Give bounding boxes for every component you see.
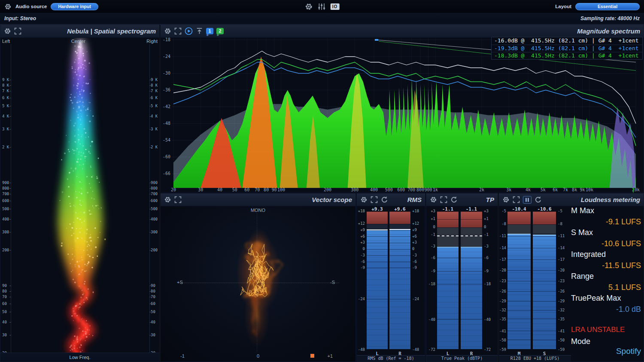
meter-red-zone	[389, 211, 410, 224]
rms-panel-scale-label: +6	[357, 234, 365, 238]
audio-source-settings-gear-icon[interactable]	[4, 3, 12, 10]
nebula-fullscreen-icon[interactable]	[14, 27, 21, 35]
meter-tick	[367, 349, 388, 350]
nebula-freq-label-right: 50	[151, 310, 159, 314]
tp-panel-value-R: -1.1	[460, 206, 483, 212]
nebula-freq-label-right: 70	[151, 295, 159, 299]
nebula-tick	[149, 183, 151, 183]
meter-tick	[389, 249, 410, 250]
vector-balance-marker[interactable]	[310, 354, 314, 358]
loud-panel-scale-label: -29	[499, 299, 506, 303]
nebula-tick	[9, 250, 11, 250]
tp-settings-gear-icon[interactable]	[430, 196, 437, 203]
rms-panel-value-R: +9.6	[389, 206, 411, 212]
loudness-fullscreen-icon[interactable]	[513, 196, 520, 203]
loudness-settings-gear-icon[interactable]	[502, 196, 510, 203]
tp-panel-scale-label: -40	[426, 317, 435, 322]
nebula-tick	[149, 209, 151, 209]
loudness-stat-label: M Max	[571, 206, 594, 215]
plus-s-label: +S	[177, 280, 183, 285]
tp-panel-scale-label: +1	[484, 217, 496, 221]
loud-panel-scale-label: -59	[558, 347, 570, 352]
essential-layout-button[interactable]: Essential	[575, 3, 640, 10]
vector-fullscreen-icon[interactable]	[174, 196, 182, 203]
mono-label: MONO	[161, 208, 355, 213]
svg-text:80: 80	[264, 187, 269, 192]
loud-panel-scale-label: -11	[558, 234, 570, 238]
svg-text:30: 30	[198, 187, 203, 192]
loudness-stat-value: -10.6 LUFS	[571, 239, 641, 248]
mixer-sliders-icon[interactable]	[318, 3, 326, 11]
rms-panel-bar-R	[389, 211, 411, 350]
nebula-tick	[149, 129, 151, 130]
meter-tick	[461, 271, 482, 272]
nebula-freq-label-right: 700	[151, 192, 159, 196]
rms-panel-scale-label: -6	[412, 259, 424, 264]
loud-panel-value-S: -10.6	[532, 206, 556, 212]
loudness-pause-icon[interactable]	[523, 196, 532, 204]
nebula-tick	[9, 209, 11, 209]
nebula-settings-gear-icon[interactable]	[4, 27, 11, 35]
nebula-freq-label-right: 3 K	[151, 127, 159, 131]
io-routing-icon[interactable]: IO	[331, 3, 340, 10]
global-settings-gear-icon[interactable]	[305, 3, 313, 11]
spectrum-live-play-icon[interactable]	[185, 27, 193, 35]
nebula-right-label: Right	[146, 39, 158, 44]
true-peak-meter-panel: TP True Peak (dBTP) +3+3+1+100-1-1-3-3-6…	[426, 193, 498, 362]
tp-panel-bar-L	[437, 211, 459, 350]
meter-tick	[461, 247, 482, 247]
meter-tick	[389, 262, 410, 262]
hardware-input-button[interactable]: Hardware input	[51, 3, 98, 10]
spectrum-fullscreen-icon[interactable]	[174, 27, 182, 35]
spatial-spectrogram-panel: Nebula | Spatial spectrogram Left Center…	[0, 24, 160, 362]
nebula-freq-label-right: 80	[151, 289, 159, 293]
loudness-stat-label: TruePeak Max	[571, 294, 621, 303]
loud-panel-scale-label: -41	[499, 329, 506, 333]
meter-tick	[533, 236, 556, 237]
loud-panel-scale-label: -29	[558, 299, 570, 303]
nebula-tick	[9, 322, 11, 323]
nebula-freq-label-right: 400	[151, 217, 159, 221]
loud-panel-scale-label: -23	[558, 279, 570, 283]
tp-fullscreen-icon[interactable]	[440, 196, 447, 203]
nebula-freq-label-right: 90	[151, 284, 159, 288]
meter-tick	[507, 281, 531, 281]
rms-panel-scale-label: +12	[412, 221, 424, 226]
rms-panel-scale-label: -24	[357, 297, 365, 301]
loud-panel-scale-label: -32	[558, 308, 570, 312]
svg-text:300: 300	[351, 187, 358, 192]
loud-panel-scale-label: -5	[558, 209, 570, 213]
spectrum-settings-gear-icon[interactable]	[164, 27, 171, 35]
nebula-tick	[149, 322, 151, 323]
rms-panel-channel-L: L	[366, 351, 388, 356]
loud-panel-scale-label: -8	[499, 222, 506, 226]
meter-tick	[437, 271, 459, 272]
nebula-freq-label-right: 900	[151, 181, 159, 185]
loud-panel-scale-label: -20	[499, 268, 506, 272]
loud-panel-scale-label: -14	[499, 246, 506, 250]
loudness-stat-label: S Max	[571, 228, 593, 237]
meter-tick	[507, 319, 531, 319]
meter-tick	[461, 219, 482, 220]
vector-settings-gear-icon[interactable]	[164, 196, 171, 203]
slot2-add-icon[interactable]: +	[216, 32, 219, 37]
rms-fullscreen-icon[interactable]	[371, 196, 378, 203]
rms-reset-icon[interactable]	[381, 196, 388, 203]
mode-value[interactable]: Spotify	[571, 347, 641, 356]
nebula-tick	[9, 201, 11, 201]
rms-settings-gear-icon[interactable]	[360, 196, 368, 203]
peak-hold-reset-icon[interactable]	[196, 27, 203, 35]
slot1-add-icon[interactable]: +	[206, 32, 209, 37]
nebula-freq-label-right: 600	[151, 199, 159, 203]
loudness-reset-icon[interactable]	[535, 196, 542, 203]
meter-tick	[389, 268, 410, 268]
tp-panel-scale-label: -1	[426, 232, 435, 237]
nebula-tick	[149, 250, 151, 250]
tp-panel-channel-L: L	[437, 351, 459, 356]
tp-reset-icon[interactable]	[450, 196, 458, 203]
lra-status: LRA UNSTABLE	[571, 326, 625, 334]
nebula-tick	[9, 183, 11, 183]
loudness-stat-label: Range	[571, 272, 594, 281]
tp-panel-scale-label: -18	[484, 282, 496, 286]
audio-source-group: Audio source Hardware input	[4, 3, 98, 10]
